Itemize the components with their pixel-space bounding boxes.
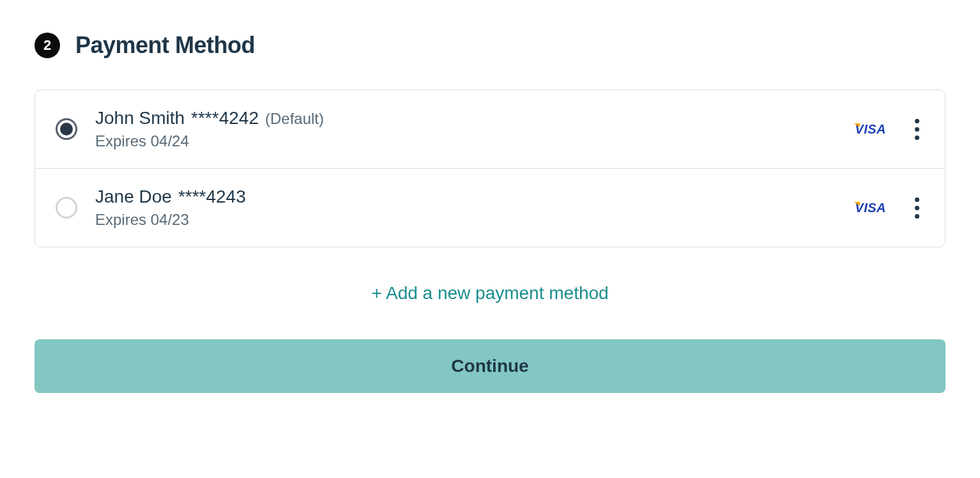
step-header: 2 Payment Method bbox=[34, 32, 946, 59]
dot-icon bbox=[915, 119, 919, 123]
dot-icon bbox=[915, 197, 919, 202]
more-options-button[interactable] bbox=[909, 195, 924, 221]
card-expiry: Expires 04/23 bbox=[95, 211, 837, 229]
card-expiry: Expires 04/24 bbox=[95, 132, 837, 150]
payment-method-list: John Smith ****4242 (Default) Expires 04… bbox=[34, 89, 946, 247]
visa-icon: VISA bbox=[855, 201, 886, 215]
card-mask: ****4242 bbox=[191, 108, 259, 128]
card-title-line: Jane Doe ****4243 bbox=[95, 187, 837, 207]
card-info: Jane Doe ****4243 Expires 04/23 bbox=[95, 187, 837, 229]
dot-icon bbox=[915, 135, 919, 140]
card-mask: ****4243 bbox=[178, 187, 246, 207]
add-payment-method-link[interactable]: + Add a new payment method bbox=[34, 283, 946, 304]
payment-method-row[interactable]: John Smith ****4242 (Default) Expires 04… bbox=[35, 90, 945, 168]
dot-icon bbox=[915, 214, 919, 219]
payment-method-row[interactable]: Jane Doe ****4243 Expires 04/23 VISA bbox=[35, 168, 945, 247]
dot-icon bbox=[915, 127, 919, 132]
radio-select[interactable] bbox=[56, 197, 77, 219]
card-holder-name: John Smith bbox=[95, 108, 185, 128]
page-title: Payment Method bbox=[75, 32, 255, 59]
card-title-line: John Smith ****4242 (Default) bbox=[95, 108, 837, 128]
radio-select[interactable] bbox=[56, 118, 77, 140]
default-tag: (Default) bbox=[265, 110, 324, 128]
continue-button[interactable]: Continue bbox=[34, 339, 946, 393]
radio-selected-icon bbox=[60, 123, 73, 135]
step-number-badge: 2 bbox=[34, 33, 60, 58]
card-holder-name: Jane Doe bbox=[95, 187, 172, 207]
card-right: VISA bbox=[855, 195, 924, 221]
more-options-button[interactable] bbox=[909, 116, 924, 143]
dot-icon bbox=[915, 206, 919, 210]
card-right: VISA bbox=[855, 116, 924, 143]
card-info: John Smith ****4242 (Default) Expires 04… bbox=[95, 108, 837, 150]
visa-icon: VISA bbox=[855, 122, 886, 137]
